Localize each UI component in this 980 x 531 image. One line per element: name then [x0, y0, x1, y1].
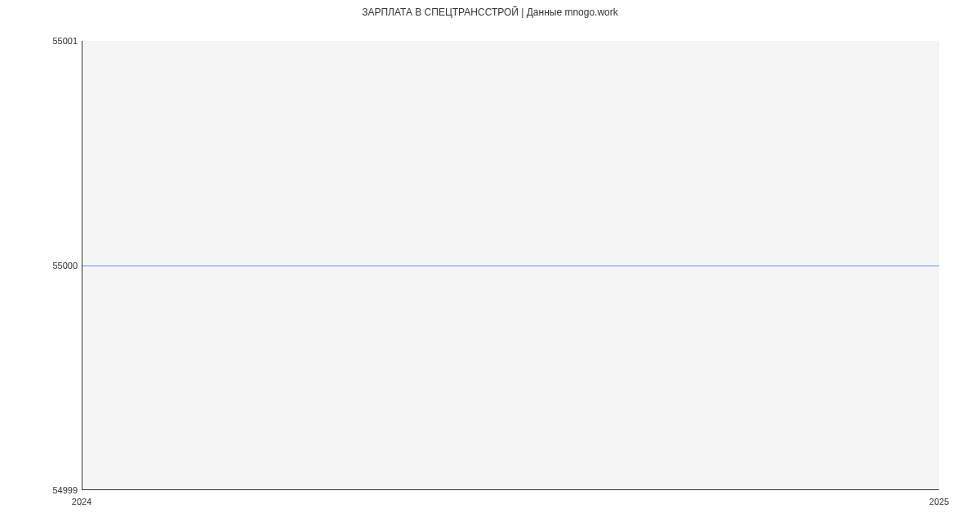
- chart-title: ЗАРПЛАТА В СПЕЦТРАНССТРОЙ | Данные mnogo…: [0, 7, 980, 18]
- plot-area: [82, 41, 939, 490]
- y-tick-55000: 55000: [52, 261, 78, 270]
- y-tick-54999: 54999: [52, 485, 78, 495]
- x-tick-2024: 2024: [72, 497, 91, 506]
- data-line: [82, 266, 939, 266]
- x-tick-2025: 2025: [929, 497, 949, 506]
- y-tick-55001: 55001: [52, 36, 78, 46]
